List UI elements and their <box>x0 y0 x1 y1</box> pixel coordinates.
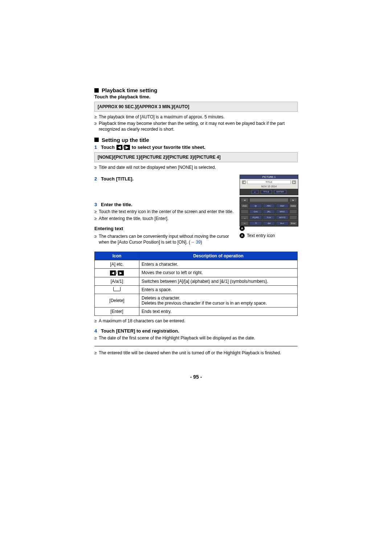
kb-key[interactable]: -&# <box>263 221 275 225</box>
table-row: [A] etc. Enters a character. <box>95 260 298 269</box>
desc-cell: Deletes a character. Deletes the previou… <box>139 294 298 307</box>
table-row: [Delete] Deletes a character. Deletes th… <box>95 294 298 307</box>
desc-cell: Enters a character. <box>139 260 298 269</box>
section-heading-playback: Playback time setting <box>94 87 298 93</box>
entering-text-bullet: The characters can be conveniently input… <box>94 233 234 245</box>
th-desc: Description of operation <box>139 252 298 260</box>
kb-delete[interactable]: Delete <box>289 204 297 208</box>
arrow-icon: → <box>190 240 195 245</box>
step-3-text: Enter the title. <box>101 202 234 207</box>
desc-cell: Enters a space. <box>139 285 298 294</box>
kb-mode[interactable]: A/a/1 <box>241 204 249 208</box>
step-number: 4 <box>94 328 101 334</box>
icon-description-table: Icon Description of operation [A] etc. E… <box>94 252 298 316</box>
kb-right-icon[interactable]: ▶ <box>289 198 297 202</box>
kb-key[interactable]: ABC <box>263 204 275 208</box>
step-number: 1 <box>94 144 101 150</box>
preview-date: NOV 15 2014 <box>240 185 298 189</box>
entering-pre: The characters can be conveniently input… <box>99 234 229 245</box>
playback-options: [APPROX 90 SEC.]/[APPROX 3 MIN.]/[AUTO] <box>94 102 298 112</box>
right-arrow-icon[interactable]: ▶ <box>124 145 130 150</box>
kb-key[interactable]: MNO <box>276 209 289 214</box>
icon-cell: [Enter] <box>95 307 139 315</box>
step-number: 2 <box>94 176 101 182</box>
table-row: ◀/▶ Moves the cursor to left or right. <box>95 269 298 277</box>
legend-marker-line: A <box>240 226 298 231</box>
kb-key[interactable]: @ <box>249 204 262 208</box>
kb-key[interactable]: TUV <box>263 215 275 220</box>
page-number: - 95 - <box>94 374 298 380</box>
kb-blank <box>289 215 297 220</box>
square-bullet-icon <box>94 138 99 142</box>
square-bullet-icon <box>94 88 99 93</box>
heading-text: Setting up the title <box>102 137 149 143</box>
next-arrow-icon[interactable]: ▶ <box>292 180 296 184</box>
kb-key[interactable]: GHI <box>249 209 262 214</box>
table-row: [Enter] Ends text entry. <box>95 307 298 315</box>
entering-text-heading: Entering text <box>94 226 234 231</box>
enter-button[interactable]: ENTER <box>274 190 286 194</box>
kb-key[interactable]: JKL <box>263 209 275 214</box>
entering-post: ) <box>201 240 202 245</box>
kb-blank <box>241 209 249 214</box>
title-button[interactable]: TITLE <box>261 190 271 194</box>
kb-blank <box>289 209 297 214</box>
title-none-note: Title and date will not be displayed whe… <box>94 164 298 170</box>
heading-text: Playback time setting <box>102 87 157 93</box>
legend-text: Text entry icon <box>247 233 275 238</box>
max-chars-note: A maximum of 18 characters can be entere… <box>94 318 298 324</box>
step-1: 1 Touch ◀/▶ to select your favorite titl… <box>94 144 298 150</box>
title-options: [NONE]/[PICTURE 1]/[PICTURE 2]/[PICTURE … <box>94 152 298 162</box>
desc-cell: Switches between [A]/[a] (alphabet) and … <box>139 277 298 285</box>
step-3-bul-1: Touch the text entry icon in the center … <box>94 209 234 215</box>
step-1-pre: Touch <box>101 144 116 150</box>
page-ref-link[interactable]: 39 <box>196 240 200 245</box>
icon-cell-arrows: ◀/▶ <box>95 269 139 277</box>
legend-marker-a-icon: A <box>240 233 245 238</box>
space-icon <box>113 287 121 291</box>
playback-note-1: The playback time of [AUTO] is a maximum… <box>94 114 298 120</box>
kb-back[interactable]: ↩ <box>241 221 249 225</box>
preview-header: PICTURE 1 <box>240 175 298 179</box>
th-icon: Icon <box>95 252 139 260</box>
kb-input[interactable] <box>249 198 289 202</box>
icon-cell: [A] etc. <box>95 260 139 269</box>
kb-key[interactable]: .?! <box>249 221 262 225</box>
title-field[interactable]: TITLE <box>247 180 291 184</box>
step-2-text: Touch [TITLE]. <box>101 176 234 182</box>
icon-cell: [A/a/1] <box>95 277 139 285</box>
legend-marker-a-icon: A <box>240 226 245 231</box>
kb-key[interactable]: DEF <box>276 204 289 208</box>
step-4-bul: The date of the first scene of the Highl… <box>94 335 298 341</box>
legend: A Text entry icon <box>240 233 298 238</box>
step-number: 3 <box>94 202 101 207</box>
step-2: 2 Touch [TITLE]. <box>94 176 234 182</box>
divider <box>94 346 298 346</box>
step-4-text: Touch [ENTER] to end registration. <box>101 328 298 334</box>
icon-cell: [Delete] <box>95 294 139 307</box>
step-1-text: Touch ◀/▶ to select your favorite title … <box>101 144 298 150</box>
kb-key[interactable]: PQRS <box>249 215 262 220</box>
desc-cell: Ends text entry. <box>139 307 298 315</box>
title-preview-screenshot: PICTURE 1 ◀ TITLE ▶ NOV 15 2014 ↩ TITLE … <box>240 175 298 195</box>
kb-enter[interactable]: Enter <box>289 221 297 225</box>
kb-key[interactable]: #+= <box>276 221 289 225</box>
keyboard-screenshot: ◀ ▶ A/a/1 @ ABC DEF Delete GHI JKL MNO <box>240 197 298 227</box>
step-3-bul-2: After entering the title, touch [Enter]. <box>94 216 234 221</box>
final-note: The entered title will be cleared when t… <box>94 350 298 356</box>
step-4: 4 Touch [ENTER] to end registration. <box>94 328 298 334</box>
back-button[interactable]: ↩ <box>252 190 258 194</box>
prev-arrow-icon[interactable]: ◀ <box>242 180 246 184</box>
left-arrow-icon[interactable]: ◀ <box>117 145 122 150</box>
icon-cell-space <box>95 285 139 294</box>
playback-note-2: Playback time may become shorter than th… <box>94 121 298 132</box>
playback-instruction: Touch the playback time. <box>94 94 298 99</box>
step-3: 3 Enter the title. <box>94 202 234 207</box>
kb-left-icon[interactable]: ◀ <box>241 198 249 202</box>
left-arrow-icon: ◀ <box>110 270 116 276</box>
step-1-post: to select your favorite title sheet. <box>132 144 205 150</box>
right-arrow-icon: ▶ <box>118 270 124 276</box>
kb-space[interactable]: ␣ <box>241 215 249 220</box>
kb-key[interactable]: WXYZ <box>276 215 289 220</box>
table-row: [A/a/1] Switches between [A]/[a] (alphab… <box>95 277 298 285</box>
